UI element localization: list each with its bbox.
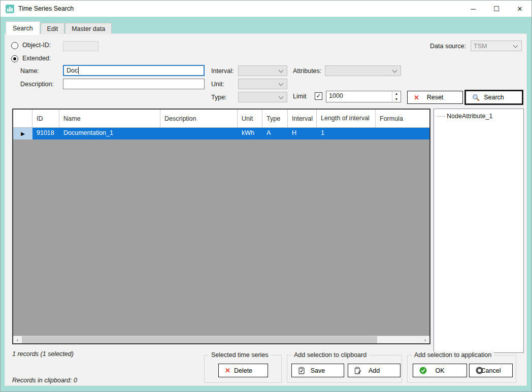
save-button-label: Save xyxy=(311,367,325,374)
cell-id: 91018 xyxy=(32,128,59,139)
object-id-input[interactable] xyxy=(63,41,98,51)
description-input[interactable] xyxy=(63,79,205,89)
group-title: Add selection to clipboard xyxy=(291,351,369,359)
group-title: Add selection to application xyxy=(412,351,494,359)
delete-button-label: Delete xyxy=(234,367,252,374)
reset-button-label: Reset xyxy=(427,94,444,101)
grid-column-interval[interactable]: Interval xyxy=(288,110,317,127)
table-row[interactable]: ▶ 91018 Documentation_1 kWh A H 1 xyxy=(13,128,429,139)
data-source-combo[interactable]: TSM xyxy=(471,41,522,51)
red-x-icon: ✕ xyxy=(225,367,230,374)
unit-label: Unit: xyxy=(211,81,224,88)
cancel-button-label: Cancel xyxy=(481,367,501,374)
results-grid: ID Name Description Unit Type Interval L… xyxy=(12,109,430,344)
interval-label: Interval: xyxy=(211,67,234,75)
type-combo[interactable] xyxy=(238,92,287,102)
scroll-right-icon[interactable]: › xyxy=(421,336,429,343)
data-source-label: Data source: xyxy=(430,43,466,50)
grid-column-formula[interactable]: Formula xyxy=(376,110,429,127)
scroll-left-icon[interactable]: ‹ xyxy=(13,336,22,343)
cell-unit: kWh xyxy=(238,128,262,139)
group-add-to-clipboard: Add selection to clipboard Save Add xyxy=(287,355,402,383)
grid-corner-cell xyxy=(13,110,32,127)
cell-length-of-interval: 1 xyxy=(317,128,376,139)
delete-button[interactable]: ✕ Delete xyxy=(218,364,268,377)
chevron-down-icon xyxy=(392,67,397,73)
minimize-button[interactable]: ─ xyxy=(461,1,485,17)
cancel-button[interactable]: Cancel xyxy=(469,364,513,377)
clipboard-check-icon xyxy=(298,367,305,374)
unit-combo[interactable] xyxy=(238,79,287,89)
attributes-tree-panel: NodeAttribute_1 xyxy=(434,109,524,353)
search-button-label: Search xyxy=(484,94,504,101)
magnifier-icon xyxy=(472,94,480,101)
limit-label: Limit xyxy=(293,93,306,100)
grid-column-type[interactable]: Type xyxy=(262,110,288,127)
grid-column-name[interactable]: Name xyxy=(59,110,160,127)
attributes-combo[interactable] xyxy=(325,65,401,76)
save-button[interactable]: Save xyxy=(291,364,344,377)
grid-column-length-of-interval[interactable]: Length of interval xyxy=(317,110,376,127)
close-button[interactable]: ✕ xyxy=(508,1,531,17)
spin-down-icon[interactable]: ▼ xyxy=(392,97,401,102)
tree-item-nodeattribute[interactable]: NodeAttribute_1 xyxy=(437,113,520,120)
chevron-down-icon xyxy=(279,67,284,73)
group-add-to-application: Add selection to application OK Cancel xyxy=(407,355,516,383)
window-body: Search Edit Master data Object-ID: Data … xyxy=(1,17,532,392)
grid-column-unit[interactable]: Unit xyxy=(238,110,262,127)
grid-column-id[interactable]: ID xyxy=(32,110,59,127)
add-button-label: Add xyxy=(369,367,380,374)
time-series-search-window: Time Series Search ─ ☐ ✕ Search Edit Mas… xyxy=(0,0,532,392)
extended-radio[interactable] xyxy=(11,55,18,62)
chevron-down-icon xyxy=(279,81,284,86)
spinner-arrows[interactable]: ▲▼ xyxy=(392,91,401,102)
title-bar: Time Series Search ─ ☐ ✕ xyxy=(1,1,531,17)
interval-combo[interactable] xyxy=(238,65,287,76)
cell-type: A xyxy=(262,128,288,139)
tab-search[interactable]: Search xyxy=(6,21,40,35)
type-label: Type: xyxy=(211,94,227,101)
cell-name: Documentation_1 xyxy=(59,128,160,139)
search-tab-page: Object-ID: Data source: TSM Extended: Na… xyxy=(5,33,527,386)
extended-label: Extended: xyxy=(22,55,51,62)
ok-button-label: OK xyxy=(435,367,444,374)
spin-up-icon[interactable]: ▲ xyxy=(392,91,401,97)
search-button[interactable]: Search xyxy=(464,90,523,105)
object-id-label: Object-ID: xyxy=(22,42,51,49)
grid-horizontal-scrollbar[interactable]: ‹ › xyxy=(13,336,429,343)
group-title: Selected time series xyxy=(209,351,271,359)
app-bar-chart-icon xyxy=(6,5,14,13)
red-x-icon: ✕ xyxy=(414,94,419,101)
row-indicator-icon: ▶ xyxy=(13,128,32,139)
limit-checkbox[interactable]: ✓ xyxy=(315,92,322,100)
data-source-value: TSM xyxy=(471,43,487,50)
name-input-value: Doc xyxy=(66,67,78,74)
records-status: 1 records (1 selected) xyxy=(12,350,74,358)
add-button[interactable]: Add xyxy=(348,364,401,377)
name-label: Name: xyxy=(20,67,39,75)
grid-header-row: ID Name Description Unit Type Interval L… xyxy=(13,110,429,128)
cell-description xyxy=(160,128,238,139)
clipboard-add-icon xyxy=(354,367,362,374)
tab-strip: Search Edit Master data xyxy=(6,21,112,35)
reset-button[interactable]: ✕ Reset xyxy=(407,91,463,104)
object-id-radio[interactable] xyxy=(11,42,18,49)
description-label: Description: xyxy=(20,81,54,88)
green-check-circle-icon xyxy=(419,367,427,374)
group-selected-time-series: Selected time series ✕ Delete xyxy=(204,355,282,383)
name-input[interactable]: Doc xyxy=(63,65,205,76)
attributes-label: Attributes: xyxy=(293,67,321,75)
tree-connector xyxy=(437,116,445,117)
limit-value: 1000 xyxy=(326,91,392,102)
ok-button[interactable]: OK xyxy=(413,364,467,377)
grid-column-description[interactable]: Description xyxy=(160,110,238,127)
text-caret xyxy=(78,67,79,74)
window-title: Time Series Search xyxy=(18,5,74,12)
chevron-down-icon xyxy=(279,94,284,99)
scrollbar-thumb[interactable] xyxy=(22,336,377,343)
tree-item-label: NodeAttribute_1 xyxy=(447,113,492,120)
limit-spinner[interactable]: 1000 ▲▼ xyxy=(326,91,401,102)
maximize-button[interactable]: ☐ xyxy=(485,1,508,17)
chevron-down-icon xyxy=(513,43,518,48)
stop-circle-icon xyxy=(476,367,483,374)
